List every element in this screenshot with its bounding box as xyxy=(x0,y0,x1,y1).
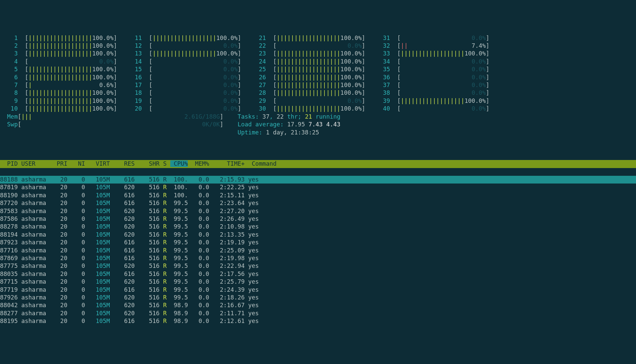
process-row[interactable]: 87583 asharma 20 0 105M 620 516 R 99.5 0… xyxy=(0,207,636,215)
cpu-meter-10: ||||||||||||||||||100.0% xyxy=(28,105,113,112)
process-row[interactable]: 87720 asharma 20 0 105M 616 516 R 99.5 0… xyxy=(0,199,636,207)
process-row[interactable]: 87715 asharma 20 0 105M 620 516 R 99.5 0… xyxy=(0,278,636,286)
process-row[interactable]: 88277 asharma 20 0 105M 620 516 R 98.9 0… xyxy=(0,310,636,317)
cpu-meter-32: || 7.4% xyxy=(401,42,486,49)
cpu-meter-3: ||||||||||||||||||100.0% xyxy=(28,50,113,57)
tasks-summary: Tasks: 37, 22 thr; 21 running xyxy=(238,113,341,120)
cpu-meter-37: 0.0% xyxy=(401,82,486,88)
cpu-meter-18: 0.0% xyxy=(152,89,238,96)
cpu-meter-12: 0.0% xyxy=(152,42,238,49)
cpu-meter-14: 0.0% xyxy=(152,58,238,65)
process-row[interactable]: 87719 asharma 20 0 105M 616 516 R 99.5 0… xyxy=(0,286,636,294)
process-row[interactable]: 87926 asharma 20 0 105M 620 516 R 99.5 0… xyxy=(0,294,636,301)
blank-line xyxy=(0,144,636,152)
cpu-meter-31: 0.0% xyxy=(401,35,486,41)
cpu-meter-17: 0.0% xyxy=(152,82,238,88)
cpu-meter-7: | 0.6% xyxy=(28,82,113,88)
cpu-meter-20: 0.0% xyxy=(152,105,238,112)
process-row[interactable]: 87923 asharma 20 0 105M 616 516 R 99.5 0… xyxy=(0,239,636,246)
process-row[interactable]: 88195 asharma 20 0 105M 616 516 R 98.9 0… xyxy=(0,317,636,325)
load-average: Load average: 17.95 7.43 4.43 xyxy=(238,121,341,128)
cpu-meter-21: ||||||||||||||||||100.0% xyxy=(277,35,362,41)
cpu-meter-grid: 1 [||||||||||||||||||100.0%] 11 [|||||||… xyxy=(0,32,636,136)
process-row[interactable]: 88194 asharma 20 0 105M 620 516 R 99.5 0… xyxy=(0,231,636,239)
cpu-meter-35: 0.0% xyxy=(401,66,486,73)
cpu-meter-25: ||||||||||||||||||100.0% xyxy=(277,66,362,73)
process-row[interactable]: 87869 asharma 20 0 105M 616 516 R 99.5 0… xyxy=(0,254,636,262)
cpu-meter-24: ||||||||||||||||||100.0% xyxy=(277,58,362,65)
process-row-selected[interactable]: 88188 asharma 20 0 105M 616 516 R 100. 0… xyxy=(0,176,636,184)
cpu-meter-11: ||||||||||||||||||100.0% xyxy=(152,35,238,41)
cpu-meter-38: 0.0% xyxy=(401,89,486,96)
cpu-meter-26: ||||||||||||||||||100.0% xyxy=(277,74,362,81)
cpu-meter-9: ||||||||||||||||||100.0% xyxy=(28,97,113,104)
process-row[interactable]: 88035 asharma 20 0 105M 616 516 R 99.5 0… xyxy=(0,270,636,278)
cpu-meter-5: ||||||||||||||||||100.0% xyxy=(28,66,113,73)
cpu-meter-1: ||||||||||||||||||100.0% xyxy=(28,35,113,41)
cpu-meter-6: ||||||||||||||||||100.0% xyxy=(28,74,113,81)
process-row[interactable]: 88042 asharma 20 0 105M 620 516 R 98.9 0… xyxy=(0,301,636,309)
process-table-body[interactable]: 88188 asharma 20 0 105M 616 516 R 100. 0… xyxy=(0,176,636,325)
sort-column-cpu[interactable]: CPU% xyxy=(170,160,188,167)
process-row[interactable]: 87586 asharma 20 0 105M 620 516 R 99.5 0… xyxy=(0,215,636,223)
cpu-meter-2: ||||||||||||||||||100.0% xyxy=(28,42,113,49)
process-row[interactable]: 87716 asharma 20 0 105M 616 516 R 99.5 0… xyxy=(0,247,636,254)
cpu-meter-13: ||||||||||||||||||100.0% xyxy=(152,50,238,57)
cpu-meter-4: 0.0% xyxy=(28,58,113,65)
cpu-meter-39: ||||||||||||||||||100.0% xyxy=(401,97,486,104)
cpu-meter-23: ||||||||||||||||||100.0% xyxy=(277,50,362,57)
cpu-meter-30: ||||||||||||||||||100.0% xyxy=(277,105,362,112)
cpu-meter-16: 0.0% xyxy=(152,74,238,81)
cpu-meter-29: 0.0% xyxy=(277,97,362,104)
cpu-meter-40: 0.0% xyxy=(401,105,486,112)
cpu-meter-27: ||||||||||||||||||100.0% xyxy=(277,82,362,88)
uptime: Uptime: 1 day, 21:38:25 xyxy=(238,129,319,136)
process-row[interactable]: 87775 asharma 20 0 105M 620 516 R 99.5 0… xyxy=(0,262,636,270)
process-table-header[interactable]: PID USER PRI NI VIRT RES SHR S CPU% MEM%… xyxy=(0,160,636,168)
cpu-meter-36: 0.0% xyxy=(401,74,486,81)
cpu-meter-15: 0.0% xyxy=(152,66,238,73)
cpu-meter-8: ||||||||||||||||||100.0% xyxy=(28,89,113,96)
cpu-meter-28: ||||||||||||||||||100.0% xyxy=(277,89,362,96)
process-row[interactable]: 88278 asharma 20 0 105M 620 516 R 99.5 0… xyxy=(0,223,636,231)
cpu-meter-34: 0.0% xyxy=(401,58,486,65)
process-row[interactable]: 87819 asharma 20 0 105M 620 516 R 100. 0… xyxy=(0,184,636,191)
process-row[interactable]: 88190 asharma 20 0 105M 616 516 R 100. 0… xyxy=(0,192,636,199)
cpu-meter-22: 0.0% xyxy=(277,42,362,49)
cpu-meter-33: ||||||||||||||||||100.0% xyxy=(401,50,486,57)
cpu-meter-19: 0.0% xyxy=(152,97,238,104)
